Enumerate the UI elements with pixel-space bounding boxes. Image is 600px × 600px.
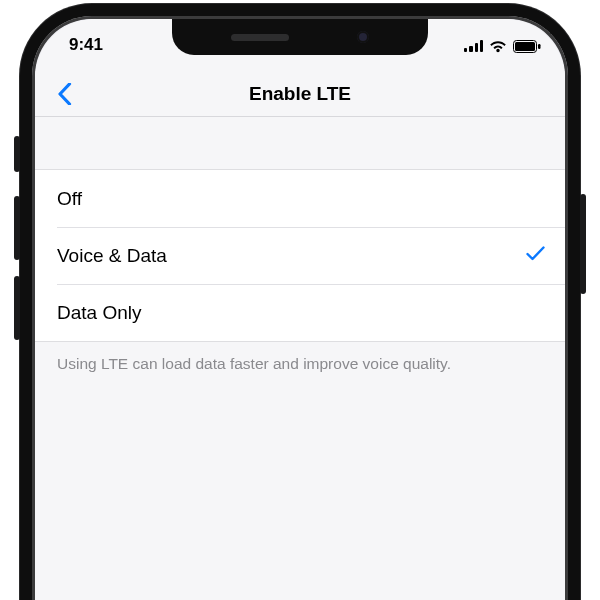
svg-rect-2 xyxy=(538,44,541,49)
option-data-only[interactable]: Data Only xyxy=(35,284,565,341)
front-camera xyxy=(357,31,369,43)
status-indicators xyxy=(464,38,541,53)
svg-rect-1 xyxy=(515,42,535,51)
side-button xyxy=(580,194,586,294)
option-label: Data Only xyxy=(57,302,141,324)
notch xyxy=(172,19,428,55)
volume-up-button xyxy=(14,196,20,260)
cellular-signal-icon xyxy=(464,40,483,52)
screen: 9:41 Enable LTE xyxy=(35,19,565,600)
status-time: 9:41 xyxy=(69,35,103,55)
option-off[interactable]: Off xyxy=(35,170,565,227)
volume-down-button xyxy=(14,276,20,340)
options-list: Off Voice & Data Data Only xyxy=(35,169,565,342)
earpiece-speaker xyxy=(231,34,289,41)
nav-title: Enable LTE xyxy=(35,83,565,105)
mute-switch xyxy=(14,136,20,172)
battery-icon xyxy=(513,40,541,53)
option-voice-and-data[interactable]: Voice & Data xyxy=(35,227,565,284)
option-label: Off xyxy=(57,188,82,210)
wifi-icon xyxy=(489,40,507,53)
nav-bar: Enable LTE xyxy=(35,71,565,117)
chevron-left-icon xyxy=(57,83,72,105)
section-footer: Using LTE can load data faster and impro… xyxy=(35,342,565,387)
device-frame: 9:41 Enable LTE xyxy=(20,4,580,600)
option-label: Voice & Data xyxy=(57,245,167,267)
section-spacer xyxy=(35,117,565,169)
checkmark-icon xyxy=(526,245,545,267)
back-button[interactable] xyxy=(49,79,80,109)
